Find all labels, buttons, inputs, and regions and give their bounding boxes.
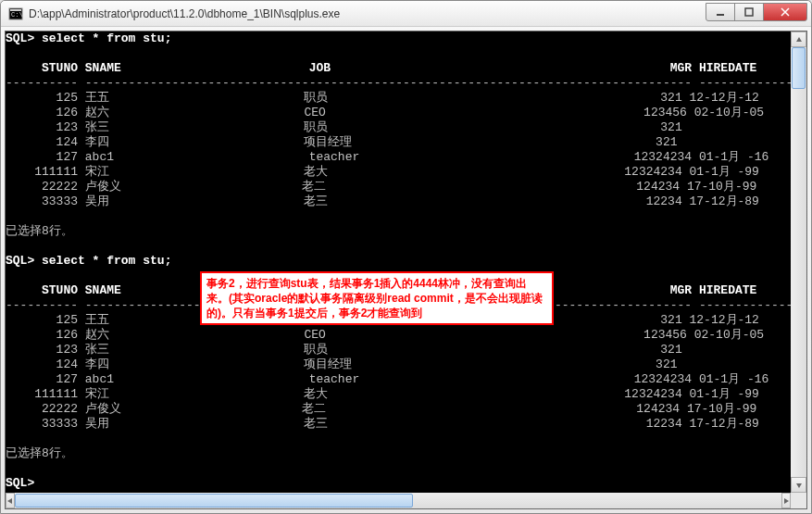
rows-selected-line: 已选择8行。 [6, 224, 791, 239]
annotation-text: 事务2，进行查询stu表，结果事务1插入的4444林冲，没有查询出来。(其实or… [206, 277, 543, 320]
table-header: STUNO SNAME JOB MGR HIREDATE SA [6, 61, 791, 76]
table-row: 126 赵六 CEO 123456 02-10月-05 12345 [6, 328, 791, 343]
table-row: 127 abc1 teacher 12324234 01-1月 -16 3123… [6, 372, 791, 387]
table-row: 125 王五 职员 321 12-12月-12 324 [6, 91, 791, 106]
blank-line [6, 461, 791, 476]
svg-rect-4 [745, 8, 753, 16]
scroll-down-button[interactable] [791, 477, 806, 493]
sql-prompt-empty: SQL> [6, 476, 791, 491]
scroll-right-button[interactable] [781, 493, 791, 508]
rows-selected-line: 已选择8行。 [6, 446, 791, 461]
table-row: 22222 卢俊义 老二 124234 17-10月-99 31232 [6, 402, 791, 417]
table-row: 123 张三 职员 321 12 [6, 343, 791, 357]
blank-line [6, 46, 791, 61]
table-row: 126 赵六 CEO 123456 02-10月-05 12345 [6, 106, 791, 120]
table-row: 22222 卢俊义 老二 124234 17-10月-99 31232 [6, 180, 791, 194]
horizontal-scroll-track[interactable] [15, 493, 781, 508]
window-buttons [706, 3, 807, 21]
horizontal-scroll-thumb[interactable] [15, 494, 413, 508]
window-title: D:\app\Administrator\product\11.2.0\dbho… [29, 7, 706, 20]
annotation-callout: 事务2，进行查询stu表，结果事务1插入的4444林冲，没有查询出来。(其实or… [200, 271, 554, 325]
table-row: 111111 宋江 老大 12324234 01-1月 -99 31232 [6, 165, 791, 180]
minimize-button[interactable] [706, 3, 735, 21]
blank-line [6, 209, 791, 224]
vertical-scroll-thumb[interactable] [792, 47, 806, 89]
terminal[interactable]: SQL> select * from stu; STUNO SNAME JOB … [6, 31, 791, 493]
sql-prompt-line: SQL> select * from stu; [6, 31, 791, 46]
sql-prompt-line: SQL> select * from stu; [6, 254, 791, 269]
table-row: 127 abc1 teacher 12324234 01-1月 -16 3123… [6, 150, 791, 165]
table-row: 33333 吴用 老三 12234 17-12月-89 31232 [6, 417, 791, 432]
table-row: 33333 吴用 老三 12234 17-12月-89 31232 [6, 194, 791, 209]
scrollbar-corner [791, 493, 806, 508]
app-icon: C:\ [8, 6, 23, 21]
close-button[interactable] [763, 3, 807, 21]
maximize-button[interactable] [734, 3, 764, 21]
vertical-scroll-track[interactable] [791, 47, 806, 477]
vertical-scrollbar[interactable] [791, 31, 806, 493]
blank-line [6, 239, 791, 254]
scroll-left-button[interactable] [6, 493, 15, 508]
table-row: 123 张三 职员 321 12 [6, 120, 791, 135]
table-row: 124 李四 项目经理 321 12 [6, 135, 791, 150]
window: C:\ D:\app\Administrator\product\11.2.0\… [0, 0, 812, 514]
terminal-container: SQL> select * from stu; STUNO SNAME JOB … [5, 31, 807, 509]
svg-text:C:\: C:\ [11, 11, 23, 19]
blank-line [6, 432, 791, 446]
table-row: 124 李四 项目经理 321 12 [6, 357, 791, 372]
horizontal-scrollbar[interactable] [6, 493, 791, 508]
titlebar[interactable]: C:\ D:\app\Administrator\product\11.2.0\… [1, 1, 811, 27]
table-row: 111111 宋江 老大 12324234 01-1月 -99 31232 [6, 387, 791, 402]
svg-rect-3 [717, 14, 724, 16]
table-divider: ---------- -----------------------------… [6, 76, 791, 91]
scroll-up-button[interactable] [791, 31, 806, 47]
